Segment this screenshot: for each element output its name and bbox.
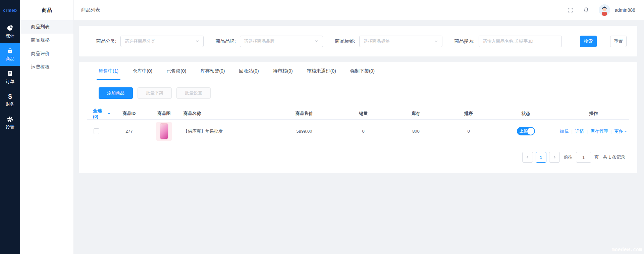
document-icon bbox=[6, 70, 14, 77]
detail-link[interactable]: 详情 bbox=[575, 128, 584, 134]
sidebar-item-products[interactable]: 商品 bbox=[0, 43, 20, 66]
filter-tag: 商品标签: 选择商品标签 bbox=[335, 36, 442, 47]
page-unit-label: 页 bbox=[595, 154, 599, 160]
select-all-label: 全选(0) bbox=[93, 108, 106, 119]
search-button[interactable]: 搜索 bbox=[580, 36, 597, 47]
tab-on-sale[interactable]: 销售中(1) bbox=[99, 62, 118, 80]
table-toolbar: 添加商品 批量下架 批量设置 bbox=[79, 80, 637, 99]
tab-forced-off[interactable]: 强制下架(0) bbox=[350, 62, 375, 80]
username-label[interactable]: admin888 bbox=[615, 7, 636, 13]
top-header: 商品列表 admin888 bbox=[74, 0, 644, 20]
tab-review-failed[interactable]: 审核未通过(0) bbox=[307, 62, 336, 80]
sidebar-item-statistics[interactable]: 统计 bbox=[0, 20, 20, 43]
table-row: 277 【供应商】苹果批发 5899.00 0 800 0 上架 bbox=[87, 120, 629, 143]
row-checkbox[interactable] bbox=[94, 128, 99, 134]
basket-icon bbox=[6, 47, 14, 54]
select-all-control[interactable]: 全选(0) bbox=[87, 108, 111, 119]
user-avatar[interactable] bbox=[599, 4, 610, 16]
more-dropdown-link[interactable]: 更多 bbox=[614, 128, 627, 134]
batch-settings-button[interactable]: 批量设置 bbox=[176, 87, 211, 99]
col-header-id: 商品ID bbox=[111, 111, 147, 117]
action-separator: | bbox=[571, 129, 572, 134]
filter-brand: 商品品牌: 请选择商品品牌 bbox=[216, 36, 323, 47]
edit-link[interactable]: 编辑 bbox=[560, 128, 569, 134]
product-list-panel: 销售中(1) 仓库中(0) 已售罄(0) 库存预警(0) 回收站(0) 待审核(… bbox=[79, 62, 637, 173]
status-toggle[interactable]: 上架 bbox=[517, 127, 535, 135]
tag-select[interactable]: 选择商品标签 bbox=[359, 36, 442, 47]
product-table: 全选(0) 商品ID 商品图 商品名称 商品售价 销量 库存 排序 状态 操作 … bbox=[87, 108, 629, 143]
filter-search: 商品搜索: bbox=[454, 36, 562, 47]
app-logo: crmeb bbox=[0, 0, 20, 20]
search-label: 商品搜索: bbox=[454, 38, 475, 44]
sidebar-item-orders[interactable]: 订单 bbox=[0, 66, 20, 89]
brand-placeholder: 请选择商品品牌 bbox=[244, 38, 275, 44]
col-header-image: 商品图 bbox=[147, 111, 181, 117]
search-input[interactable] bbox=[479, 36, 562, 47]
chevron-down-icon bbox=[195, 39, 199, 44]
cell-price: 5899.00 bbox=[271, 129, 338, 134]
total-records-label: 共 1 条记录 bbox=[603, 154, 625, 160]
brand-label: 商品品牌: bbox=[216, 38, 236, 44]
category-select[interactable]: 请选择商品分类 bbox=[120, 36, 204, 47]
col-header-status: 状态 bbox=[494, 111, 558, 117]
add-product-button[interactable]: 添加商品 bbox=[99, 87, 133, 99]
breadcrumb: 商品列表 bbox=[81, 7, 100, 13]
filter-bar: 商品分类: 请选择商品分类 商品品牌: 请选择商品品牌 商品标签: 选择商品标签… bbox=[79, 26, 637, 56]
main-content: 商品分类: 请选择商品分类 商品品牌: 请选择商品品牌 商品标签: 选择商品标签… bbox=[74, 20, 644, 254]
status-toggle-label: 上架 bbox=[520, 128, 528, 134]
sidebar-item-label: 订单 bbox=[6, 79, 14, 85]
cell-stock: 800 bbox=[389, 129, 443, 134]
stock-manage-link[interactable]: 库存管理 bbox=[590, 128, 608, 134]
submenu-item-product-list[interactable]: 商品列表 bbox=[20, 20, 73, 34]
sidebar-item-label: 财务 bbox=[6, 101, 14, 107]
action-separator: | bbox=[587, 129, 588, 134]
col-header-stock: 库存 bbox=[389, 111, 443, 117]
goto-page-input[interactable] bbox=[576, 152, 591, 163]
col-header-sales: 销量 bbox=[338, 111, 389, 117]
reset-button[interactable]: 重置 bbox=[610, 36, 627, 47]
fullscreen-icon[interactable] bbox=[567, 6, 574, 14]
sidebar-item-label: 设置 bbox=[6, 124, 14, 130]
cell-product-id: 277 bbox=[111, 129, 147, 134]
batch-off-shelf-button[interactable]: 批量下架 bbox=[138, 87, 172, 99]
col-header-name: 商品名称 bbox=[181, 111, 271, 117]
brand-select[interactable]: 请选择商品品牌 bbox=[240, 36, 323, 47]
sidebar-item-label: 统计 bbox=[6, 33, 14, 39]
prev-page-button[interactable] bbox=[522, 152, 533, 163]
col-header-sort: 排序 bbox=[443, 111, 494, 117]
sidebar-item-label: 商品 bbox=[6, 56, 14, 62]
submenu-item-product-review[interactable]: 商品评价 bbox=[20, 47, 73, 60]
action-separator: | bbox=[610, 129, 611, 134]
goto-label: 前往 bbox=[564, 154, 573, 160]
category-label: 商品分类: bbox=[96, 38, 116, 44]
gear-icon bbox=[6, 116, 14, 123]
tab-pending-review[interactable]: 待审核(0) bbox=[273, 62, 293, 80]
pie-chart-icon bbox=[6, 24, 14, 32]
secondary-sidebar: 商品 商品列表 商品规格 商品评价 运费模板 bbox=[20, 0, 74, 254]
watermark: moedew.com bbox=[612, 247, 642, 253]
row-actions: 编辑 | 详情 | 库存管理 | 更多 bbox=[558, 128, 629, 134]
col-header-actions: 操作 bbox=[558, 111, 629, 117]
notification-bell-icon[interactable] bbox=[583, 6, 590, 14]
tag-label: 商品标签: bbox=[335, 38, 355, 44]
primary-sidebar: crmeb 统计 商品 订单 $ 财务 设置 bbox=[0, 0, 20, 254]
sidebar-item-finance[interactable]: $ 财务 bbox=[0, 89, 20, 112]
cell-sales: 0 bbox=[338, 129, 389, 134]
tag-placeholder: 选择商品标签 bbox=[364, 38, 390, 44]
tab-stock-warning[interactable]: 库存预警(0) bbox=[200, 62, 225, 80]
product-thumbnail[interactable] bbox=[156, 122, 172, 141]
next-page-button[interactable] bbox=[549, 152, 560, 163]
current-page-button[interactable]: 1 bbox=[536, 152, 546, 163]
tab-in-warehouse[interactable]: 仓库中(0) bbox=[132, 62, 152, 80]
submenu-item-shipping-template[interactable]: 运费模板 bbox=[20, 60, 73, 74]
tab-recycle-bin[interactable]: 回收站(0) bbox=[239, 62, 259, 80]
sidebar-item-settings[interactable]: 设置 bbox=[0, 112, 20, 134]
tab-sold-out[interactable]: 已售罄(0) bbox=[166, 62, 186, 80]
dollar-icon: $ bbox=[8, 93, 12, 100]
submenu-item-product-spec[interactable]: 商品规格 bbox=[20, 34, 73, 47]
filter-category: 商品分类: 请选择商品分类 bbox=[96, 36, 204, 47]
secondary-sidebar-title: 商品 bbox=[20, 0, 73, 20]
more-label: 更多 bbox=[614, 128, 623, 134]
cell-product-name: 【供应商】苹果批发 bbox=[181, 128, 271, 134]
category-placeholder: 请选择商品分类 bbox=[125, 38, 155, 44]
